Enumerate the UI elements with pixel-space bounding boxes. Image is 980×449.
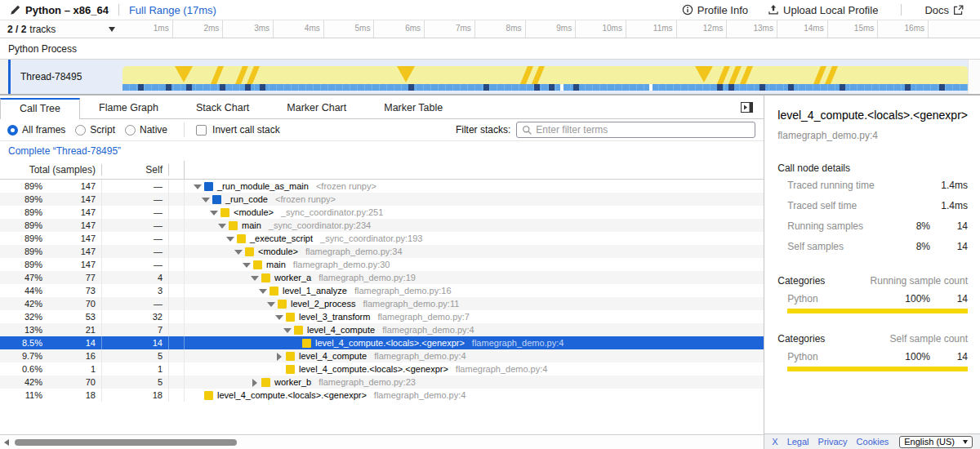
profile-title[interactable]: Python – x86_64 [25, 4, 109, 16]
table-row[interactable]: 89%147—mainflamegraph_demo.py:30 [0, 258, 764, 271]
twisty-open-icon[interactable] [266, 297, 278, 310]
cell-self: — [102, 193, 169, 206]
tab-marker-table[interactable]: Marker Table [365, 97, 461, 118]
cell-total: 47%77 [0, 271, 102, 284]
track-python-process[interactable]: Python Process [0, 38, 980, 60]
activity-dip-slash [813, 66, 826, 84]
table-row[interactable]: 8.5%1414level_4_compute.<locals>.<genexp… [0, 336, 764, 349]
radio-all-frames[interactable]: All frames [7, 124, 65, 136]
table-row[interactable]: 89%147—<module>flamegraph_demo.py:34 [0, 245, 764, 258]
tab-flame-graph[interactable]: Flame Graph [80, 97, 177, 118]
language-select[interactable]: English (US) [899, 436, 973, 448]
function-name: level_4_compute.<locals>.<genexpr> [299, 362, 448, 376]
sample-dark-segment [840, 84, 845, 91]
twisty-open-icon[interactable] [234, 245, 245, 258]
table-row[interactable]: 0.6%11level_4_compute.<locals>.<genexpr>… [0, 362, 764, 376]
scroll-left-arrow-icon[interactable] [4, 439, 9, 446]
table-row[interactable]: 44%733level_1_analyzeflamegraph_demo.py:… [0, 284, 764, 297]
table-row[interactable]: 11%1818level_4_compute.<locals>.<genexpr… [0, 389, 764, 402]
twisty-open-icon[interactable] [274, 310, 286, 323]
radio-button-icon[interactable] [7, 125, 18, 136]
cell-total: 0.6%1 [0, 362, 102, 376]
table-row[interactable]: 9.7%165level_4_computeflamegraph_demo.py… [0, 349, 764, 362]
cell-self: 14 [102, 336, 169, 349]
twisty-open-icon[interactable] [201, 193, 212, 206]
tracks-count: 2 / 2 [7, 24, 26, 35]
radio-script[interactable]: Script [75, 124, 115, 136]
twisty-open-icon[interactable] [225, 232, 237, 245]
full-range-link[interactable]: Full Range (17ms) [129, 4, 216, 16]
divider [901, 4, 902, 16]
category-square-icon [261, 273, 270, 282]
timeline-ruler[interactable]: 1ms2ms3ms4ms5ms6ms7ms8ms9ms10ms11ms12ms1… [122, 20, 980, 38]
column-total-samples[interactable]: Total (samples) [0, 164, 102, 176]
twisty-closed-icon[interactable] [274, 349, 286, 362]
cell-self: 32 [102, 310, 169, 323]
radio-button-icon[interactable] [125, 125, 136, 136]
table-row[interactable]: 89%147—<module>_sync_coordinator.py:251 [0, 206, 764, 219]
footer-link-legal[interactable]: Legal [787, 437, 809, 447]
table-row[interactable]: 13%217level_4_computeflamegraph_demo.py:… [0, 323, 764, 336]
cell-function: _run_module_as_main<frozen runpy> [185, 180, 764, 193]
track-thread[interactable]: Thread-78495 [0, 60, 980, 95]
table-row[interactable]: 42%70—level_2_processflamegraph_demo.py:… [0, 297, 764, 310]
cell-function: level_4_compute.<locals>.<genexpr>flameg… [185, 336, 764, 349]
file-location: <frozen runpy> [316, 180, 376, 193]
table-row[interactable]: 89%147—_execute_script_sync_coordinator.… [0, 232, 764, 245]
filter-search-box[interactable] [516, 122, 755, 138]
twisty-open-icon[interactable] [242, 258, 253, 271]
radio-button-icon[interactable] [75, 125, 86, 136]
twisty-open-icon[interactable] [217, 219, 229, 232]
sample-dark-segment [788, 84, 794, 91]
sample-dark-segment [220, 84, 225, 91]
docs-link[interactable]: Docs [918, 4, 970, 16]
tracks-dropdown[interactable]: 2 / 2 tracks [0, 20, 122, 38]
table-row[interactable]: 89%147—_run_code<frozen runpy> [0, 193, 764, 206]
table-row[interactable]: 89%147—_run_module_as_main<frozen runpy> [0, 180, 764, 193]
footer-link-cookies[interactable]: Cookies [857, 437, 889, 447]
cell-function: worker_bflamegraph_demo.py:23 [185, 376, 764, 389]
cell-total: 8.5%14 [0, 336, 102, 349]
footer-link-privacy[interactable]: Privacy [818, 437, 848, 447]
sample-dark-segment [260, 84, 265, 91]
tab-stack-chart[interactable]: Stack Chart [177, 97, 268, 118]
ruler-filler [929, 20, 980, 38]
twisty-spacer [193, 389, 204, 402]
profile-info-button[interactable]: Profile Info [675, 4, 755, 16]
footer-link-x[interactable]: X [772, 437, 777, 447]
twisty-open-icon[interactable] [258, 284, 270, 297]
radio-label: Native [140, 124, 167, 136]
tab-marker-chart[interactable]: Marker Chart [268, 97, 365, 118]
filter-input[interactable] [536, 124, 750, 136]
detail-percent [894, 200, 930, 211]
twisty-closed-icon[interactable] [250, 376, 261, 389]
thread-activity-graph[interactable] [122, 66, 968, 91]
footer-bar: XLegalPrivacyCookies English (US) [764, 433, 980, 449]
invert-call-stack-checkbox[interactable] [196, 125, 207, 136]
table-row[interactable]: 32%5332level_3_transformflamegraph_demo.… [0, 310, 764, 323]
sample-dark-segment [549, 84, 555, 91]
search-icon [522, 125, 532, 136]
selected-node-file: flamegraph_demo.py:4 [777, 130, 968, 141]
twisty-open-icon[interactable] [193, 180, 204, 193]
edit-pencil-icon[interactable] [10, 5, 20, 16]
sidebar-toggle-icon[interactable] [741, 101, 753, 116]
category-square-icon [204, 391, 213, 400]
column-self[interactable]: Self [102, 164, 169, 176]
radio-native[interactable]: Native [125, 124, 167, 136]
categories-heading: Categories [777, 275, 825, 287]
tab-call-tree[interactable]: Call Tree [0, 98, 80, 119]
table-row[interactable]: 42%705worker_bflamegraph_demo.py:23 [0, 376, 764, 389]
ruler-tick: 13ms [727, 20, 777, 38]
table-row[interactable]: 89%147—main_sync_coordinator.py:234 [0, 219, 764, 232]
table-row[interactable]: 47%774worker_aflamegraph_demo.py:19 [0, 271, 764, 284]
twisty-spacer [274, 362, 286, 376]
upload-profile-button[interactable]: Upload Local Profile [761, 4, 884, 16]
twisty-open-icon[interactable] [250, 271, 261, 284]
cell-function: level_1_analyzeflamegraph_demo.py:16 [185, 284, 764, 297]
twisty-open-icon[interactable] [209, 206, 220, 219]
scrollbar-thumb[interactable] [15, 439, 237, 446]
twisty-open-icon[interactable] [283, 323, 294, 336]
complete-thread-link[interactable]: Complete “Thread-78495” [8, 145, 121, 157]
category-square-icon [220, 208, 229, 217]
